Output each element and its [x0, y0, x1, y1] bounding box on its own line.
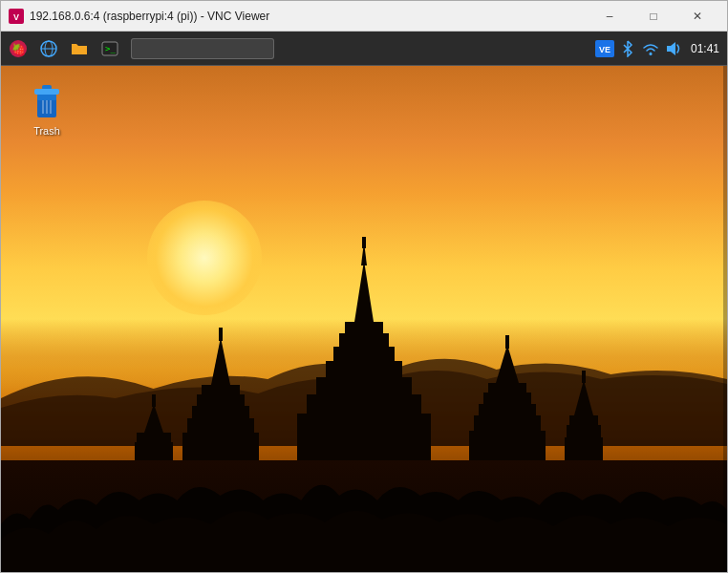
- close-button[interactable]: ✕: [675, 1, 719, 32]
- svg-rect-7: [72, 46, 87, 54]
- wifi-icon: [641, 40, 660, 57]
- raspi-menu-button[interactable]: 🍓: [5, 35, 32, 62]
- temples-silhouette: [125, 203, 603, 471]
- trash-desktop-icon[interactable]: Trash: [16, 79, 77, 141]
- folder-button[interactable]: [66, 35, 93, 62]
- minimize-button[interactable]: –: [588, 1, 632, 32]
- wifi-tray-icon[interactable]: [641, 39, 660, 58]
- svg-rect-33: [479, 404, 536, 417]
- svg-rect-30: [219, 328, 223, 341]
- svg-rect-23: [362, 237, 366, 248]
- svg-rect-32: [474, 415, 541, 433]
- svg-marker-45: [144, 404, 163, 433]
- svg-rect-39: [567, 425, 601, 439]
- trash-can-svg: [28, 83, 66, 121]
- globe-button[interactable]: [35, 35, 62, 62]
- svg-marker-29: [211, 337, 230, 385]
- terminal-button[interactable]: >_: [96, 35, 123, 62]
- bluetooth-icon: [621, 40, 634, 57]
- system-tray: VE: [595, 39, 723, 58]
- volume-tray-icon[interactable]: [664, 39, 683, 58]
- vnc-tray-icon[interactable]: VE: [595, 39, 614, 58]
- svg-rect-34: [483, 393, 531, 406]
- vnc-window: V 192.168.0.6:4 (raspberrypi:4 (pi)) - V…: [0, 0, 728, 573]
- svg-rect-40: [569, 415, 598, 427]
- svg-text:VE: VE: [599, 45, 610, 54]
- svg-text:🍓: 🍓: [11, 42, 26, 56]
- svg-marker-13: [667, 42, 675, 55]
- svg-rect-44: [137, 433, 171, 444]
- right-edge: [723, 66, 727, 572]
- svg-rect-25: [187, 418, 254, 435]
- svg-rect-37: [505, 335, 509, 349]
- window-controls: – □ ✕: [588, 1, 719, 32]
- system-clock: 01:41: [687, 42, 723, 55]
- svg-marker-36: [496, 345, 519, 383]
- search-bar[interactable]: [131, 38, 274, 59]
- bluetooth-tray-icon[interactable]: [618, 39, 637, 58]
- trees-silhouette: [1, 448, 727, 572]
- svg-marker-41: [574, 380, 593, 415]
- taskbar: 🍓 >_: [1, 32, 727, 66]
- taskbar-left: 🍓 >_: [5, 35, 274, 62]
- desktop: Trash: [1, 66, 727, 572]
- svg-rect-27: [197, 394, 245, 408]
- svg-rect-53: [37, 95, 56, 100]
- trash-icon-image: [28, 83, 66, 121]
- volume-icon: [664, 40, 683, 57]
- folder-icon: [70, 39, 89, 58]
- trash-label: Trash: [33, 125, 60, 138]
- vnc-title-icon: V: [9, 9, 24, 24]
- svg-rect-48: [34, 89, 59, 95]
- terminal-icon: >_: [100, 39, 119, 58]
- svg-text:V: V: [13, 12, 19, 22]
- svg-rect-42: [582, 371, 586, 383]
- maximize-button[interactable]: □: [632, 1, 675, 32]
- svg-rect-20: [345, 322, 383, 335]
- svg-rect-26: [192, 406, 249, 420]
- taskbar-right: VE: [595, 39, 723, 58]
- svg-text:>_: >_: [105, 44, 116, 53]
- globe-icon: [39, 39, 58, 58]
- svg-rect-35: [488, 383, 526, 394]
- svg-marker-21: [354, 261, 374, 322]
- svg-rect-28: [202, 385, 240, 396]
- svg-rect-19: [339, 333, 389, 350]
- window-title: 192.168.0.6:4 (raspberrypi:4 (pi)) - VNC…: [30, 10, 588, 23]
- titlebar: V 192.168.0.6:4 (raspberrypi:4 (pi)) - V…: [1, 1, 727, 32]
- svg-rect-16: [316, 377, 412, 398]
- svg-rect-46: [152, 394, 156, 407]
- svg-point-12: [649, 53, 652, 55]
- raspi-logo-icon: 🍓: [9, 39, 28, 58]
- vnc-icon: VE: [595, 40, 614, 57]
